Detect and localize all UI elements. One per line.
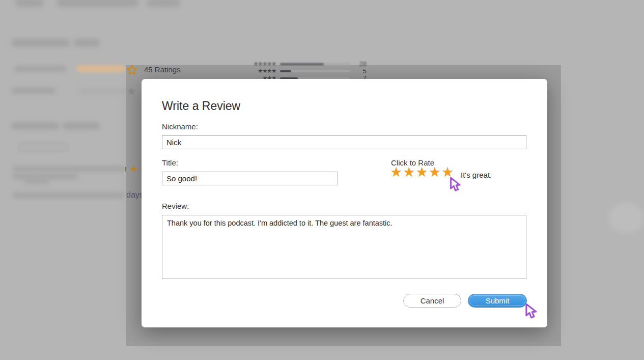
cursor-pointer-icon (524, 303, 539, 320)
blurred-write-review-button (18, 143, 68, 152)
ratings-count-text: 45 Ratings (144, 65, 181, 74)
cancel-button[interactable]: Cancel (403, 294, 461, 308)
nickname-input[interactable] (162, 135, 526, 149)
histogram-bar-fill (280, 70, 291, 72)
review-textarea[interactable]: Thank you for this podcast. I'm addicted… (162, 215, 526, 279)
cursor-pointer-icon (449, 177, 463, 193)
page: 45 Ratings ★★★★★28★★★★5★★★7 ★ ! ★★ days … (0, 0, 644, 360)
histogram-bar-fill (280, 63, 324, 65)
title-input[interactable] (162, 172, 338, 185)
rating-star[interactable]: ★ (390, 164, 403, 180)
rating-feedback-text: It's great. (461, 171, 492, 179)
rating-star[interactable]: ★ (429, 164, 441, 180)
histogram-stars: ★★★★ (258, 68, 276, 74)
rating-star[interactable]: ★ (403, 164, 415, 180)
write-review-dialog: Write a Review Nickname: Title: Click to… (142, 79, 547, 327)
blurred-side-element (609, 203, 644, 233)
histogram-count: 28 (352, 61, 367, 67)
histogram-row: ★★★★★28 (244, 61, 367, 68)
submit-button[interactable]: Submit (468, 294, 527, 308)
review-label: Review: (162, 202, 189, 210)
dialog-title: Write a Review (162, 99, 240, 113)
histogram-bar-track (280, 70, 350, 72)
background-review-meta-fragment: days (126, 190, 144, 200)
blurred-heading-customer-reviews (11, 122, 59, 130)
blurred-review-text-line (13, 174, 78, 179)
blurred-average-rating-label (14, 66, 66, 72)
blurred-review-text-line (13, 166, 125, 172)
title-label: Title: (162, 158, 178, 167)
histogram-bar-track (280, 63, 350, 65)
rating-star-outline-icon (126, 64, 137, 75)
blurred-heading-customer-ratings (11, 39, 70, 47)
gray-star-icon: ★ (126, 85, 137, 97)
star-rating-control[interactable]: ★★★★★ (390, 164, 454, 182)
blurred-review-meta-line (13, 192, 125, 198)
background-review-text-fragment: ! (125, 165, 127, 174)
nickname-label: Nickname: (162, 122, 198, 131)
blurred-rating-stars (76, 65, 125, 72)
blurred-rate-label (11, 88, 56, 94)
histogram-count: 5 (352, 68, 367, 74)
blurred-heading-customer-ratings (73, 39, 100, 47)
blurred-nav-tab (147, 0, 180, 7)
blurred-nav-tab (15, 0, 44, 7)
blurred-heading-customer-reviews (62, 122, 100, 130)
blurred-nav-tab (57, 0, 138, 7)
blurred-rate-stars (79, 88, 127, 94)
histogram-row: ★★★★5 (244, 68, 367, 75)
rating-star[interactable]: ★ (415, 164, 428, 180)
background-review-star-icon: ★★ (129, 164, 143, 174)
histogram-stars: ★★★★★ (254, 61, 276, 67)
blurred-review-text-line (24, 179, 49, 184)
